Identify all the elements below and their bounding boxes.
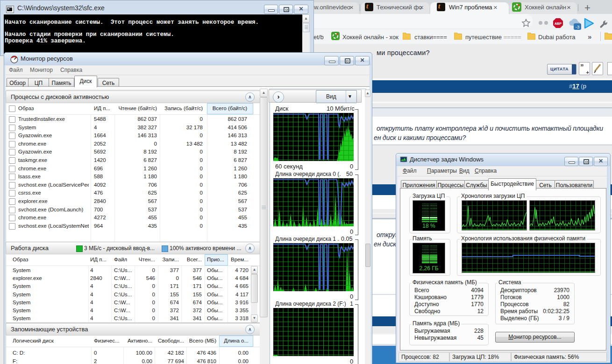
svg-text:ABP: ABP [555, 22, 562, 26]
svg-text:-3: -3 [576, 24, 579, 29]
